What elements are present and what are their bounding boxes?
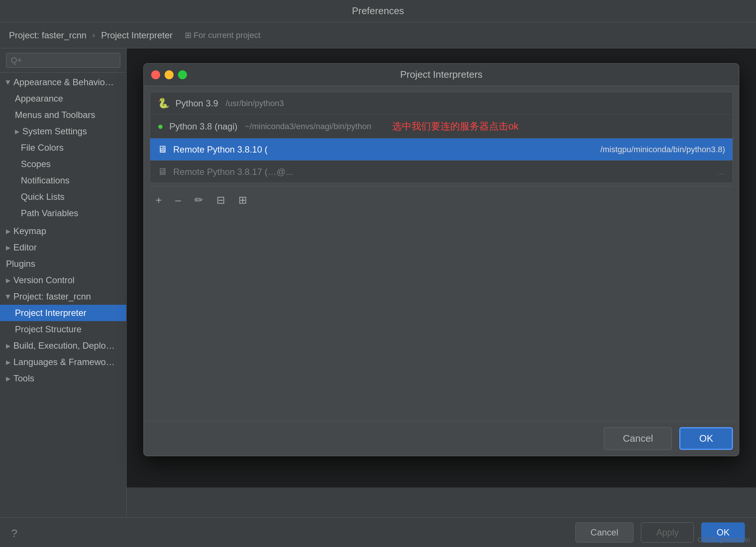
window-title: Preferences — [352, 5, 404, 17]
apply-button[interactable]: Apply — [641, 522, 694, 543]
dialog-cancel-button[interactable]: Cancel — [604, 427, 672, 450]
breadcrumb-separator: › — [92, 31, 95, 40]
annotation: 选中我们要连的服务器点击ok — [392, 120, 518, 133]
minimize-button[interactable] — [165, 70, 174, 79]
interpreter-right-path: /mistgpu/miniconda/bin/python3.8) — [600, 145, 725, 154]
sidebar-group-label: Languages & Framewo… — [13, 357, 115, 367]
sidebar-group-label: Version Control — [13, 275, 74, 285]
sidebar-group-tools[interactable]: ▶ Tools — [0, 370, 126, 387]
sidebar-item-project-interpreter[interactable]: Project Interpreter — [0, 305, 126, 321]
dialog-footer: Cancel OK — [144, 421, 739, 456]
remote-icon: 🖥 — [158, 166, 167, 177]
dialog-titlebar: Project Interpreters — [144, 64, 739, 86]
sidebar-group-label: Keymap — [13, 226, 46, 236]
remove-interpreter-button[interactable]: – — [172, 193, 184, 208]
add-interpreter-button[interactable]: + — [153, 193, 165, 208]
triangle-icon: ▶ — [6, 228, 10, 235]
bottom-bar: ? Cancel Apply OK — [0, 517, 756, 547]
sidebar-item-path-variables[interactable]: Path Variables — [0, 205, 126, 221]
sidebar-group-languages[interactable]: ▶ Languages & Framewo… — [0, 354, 126, 370]
sidebar-item-project-structure[interactable]: Project Structure — [0, 321, 126, 338]
sidebar-group-version-control[interactable]: ▶ Version Control — [0, 272, 126, 288]
python-icon: 🐍 — [158, 97, 169, 109]
close-button[interactable] — [151, 70, 160, 79]
sidebar-group-editor[interactable]: ▶ Editor — [0, 239, 126, 256]
sidebar-item-menus-toolbars[interactable]: Menus and Toolbars — [0, 107, 126, 123]
sidebar-group-label: Tools — [13, 373, 34, 384]
interpreter-name: Remote Python 3.8.10 ( — [173, 144, 267, 155]
expand-button[interactable]: ⊞ — [235, 192, 250, 208]
interpreter-row-remote-python-dim[interactable]: 🖥 Remote Python 3.8.17 (…@... … — [150, 161, 733, 183]
triangle-icon: ▶ — [6, 277, 10, 284]
interpreter-path: /usr/bin/python3 — [226, 99, 284, 108]
interpreter-row-python38-nagi[interactable]: ● Python 3.8 (nagi) ~/miniconda3/envs/na… — [150, 115, 733, 138]
breadcrumb-project[interactable]: Project: faster_rcnn — [9, 30, 86, 41]
search-box — [0, 48, 126, 73]
project-interpreters-dialog: Project Interpreters 🐍 Python 3.9 /usr/b… — [143, 63, 739, 456]
sidebar-group-label: Project: faster_rcnn — [13, 291, 91, 302]
dialog-toolbar: + – ✏ ⊟ ⊞ — [150, 186, 733, 214]
breadcrumb-bar: Project: faster_rcnn › Project Interpret… — [0, 22, 756, 48]
sidebar-group-label: System Settings — [22, 126, 87, 137]
sidebar-group-label: Build, Execution, Deplo… — [13, 340, 115, 351]
remote-icon: 🖥 — [158, 144, 167, 155]
dialog-ok-button[interactable]: OK — [679, 427, 733, 450]
main-layout: ▶ Appearance & Behavio… Appearance Menus… — [0, 48, 756, 517]
interpreter-row-remote-python38[interactable]: 🖥 Remote Python 3.8.10 ( /mistgpu/minico… — [150, 138, 733, 161]
triangle-icon: ▶ — [6, 359, 10, 366]
sidebar-item-scopes[interactable]: Scopes — [0, 156, 126, 172]
interpreter-row-python39[interactable]: 🐍 Python 3.9 /usr/bin/python3 — [150, 92, 733, 115]
interpreter-list: 🐍 Python 3.9 /usr/bin/python3 ● Python 3… — [150, 92, 733, 183]
sidebar-group-system-settings[interactable]: ▶ System Settings — [0, 123, 126, 140]
sidebar-group-plugins[interactable]: Plugins — [0, 256, 126, 272]
filter-button[interactable]: ⊟ — [213, 192, 228, 208]
sidebar-item-appearance[interactable]: Appearance — [0, 90, 126, 107]
sidebar-group-label: Appearance & Behavio… — [13, 77, 114, 87]
cancel-button[interactable]: Cancel — [575, 522, 634, 543]
interpreter-right-path: … — [717, 167, 725, 177]
sidebar-group-project[interactable]: ▶ Project: faster_rcnn — [0, 288, 126, 305]
dialog-title: Project Interpreters — [400, 69, 482, 80]
traffic-lights — [151, 70, 187, 79]
interpreter-name: Python 3.8 (nagi) — [169, 121, 238, 132]
watermark: CSDN @itoshi rin — [698, 536, 750, 544]
dialog-overlay: Project Interpreters 🐍 Python 3.9 /usr/b… — [127, 48, 756, 487]
interpreter-name: Python 3.9 — [175, 98, 218, 109]
sidebar-group-build[interactable]: ▶ Build, Execution, Deplo… — [0, 338, 126, 354]
triangle-icon: ▶ — [15, 128, 19, 135]
sidebar-group-label: Editor — [13, 242, 37, 253]
edit-interpreter-button[interactable]: ✏ — [191, 192, 206, 208]
sidebar-group-keymap[interactable]: ▶ Keymap — [0, 223, 126, 239]
triangle-icon: ▶ — [5, 80, 12, 84]
sidebar-group-appearance-behavior[interactable]: ▶ Appearance & Behavio… — [0, 74, 126, 90]
sidebar-group-label: Plugins — [6, 259, 35, 269]
triangle-icon: ▶ — [6, 342, 10, 349]
sidebar: ▶ Appearance & Behavio… Appearance Menus… — [0, 48, 127, 517]
content-area: Project Interpreters 🐍 Python 3.9 /usr/b… — [127, 48, 756, 517]
dialog-body: 🐍 Python 3.9 /usr/bin/python3 ● Python 3… — [144, 86, 739, 421]
sidebar-item-quick-lists[interactable]: Quick Lists — [0, 189, 126, 205]
breadcrumb-page[interactable]: Project Interpreter — [101, 30, 172, 41]
sidebar-section-appearance: ▶ Appearance & Behavio… Appearance Menus… — [0, 73, 126, 223]
sidebar-item-file-colors[interactable]: File Colors — [0, 140, 126, 156]
title-bar: Preferences — [0, 0, 756, 22]
interpreter-path: ~/miniconda3/envs/nagi/bin/python — [245, 122, 371, 131]
interpreter-name: Remote Python 3.8.17 (…@... — [173, 167, 293, 177]
help-icon[interactable]: ? — [11, 527, 18, 540]
triangle-icon: ▶ — [6, 244, 10, 251]
sidebar-item-notifications[interactable]: Notifications — [0, 172, 126, 189]
breadcrumb-note: ⊞ For current project — [185, 31, 261, 40]
search-input[interactable] — [6, 53, 120, 68]
triangle-icon: ▶ — [5, 294, 12, 299]
conda-icon: ● — [158, 121, 163, 132]
maximize-button[interactable] — [178, 70, 187, 79]
triangle-icon: ▶ — [6, 375, 10, 382]
